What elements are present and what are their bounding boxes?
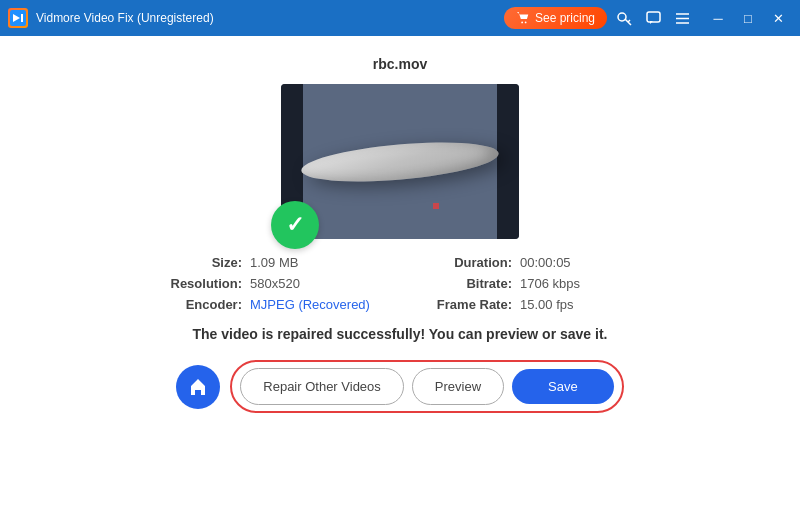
save-button[interactable]: Save [512, 369, 614, 404]
menu-icon-button[interactable] [671, 9, 694, 28]
video-filename: rbc.mov [373, 56, 427, 72]
home-icon [188, 377, 208, 397]
maximize-button[interactable]: □ [734, 4, 762, 32]
encoder-label: Encoder: [130, 297, 250, 312]
main-content: rbc.mov ✓ Size: 1.09 MB Duration: 00:00:… [0, 36, 800, 519]
titlebar-left: Vidmore Video Fix (Unregistered) [8, 8, 214, 28]
success-checkmark-badge: ✓ [271, 201, 319, 249]
svg-rect-5 [647, 12, 660, 22]
duration-value: 00:00:05 [520, 255, 670, 270]
see-pricing-button[interactable]: See pricing [504, 7, 607, 29]
video-center-area [303, 84, 497, 239]
video-info-table: Size: 1.09 MB Duration: 00:00:05 Resolut… [130, 255, 670, 312]
key-icon [617, 11, 632, 26]
action-area: Repair Other Videos Preview Save [176, 360, 623, 413]
success-message: The video is repaired successfully! You … [193, 326, 608, 342]
framerate-label: Frame Rate: [400, 297, 520, 312]
app-logo [8, 8, 28, 28]
video-3d-object [300, 135, 500, 187]
chat-icon [646, 11, 661, 26]
titlebar-right: See pricing ─ [504, 4, 792, 32]
svg-rect-1 [21, 14, 23, 22]
video-right-letterbox [497, 84, 519, 239]
bitrate-label: Bitrate: [400, 276, 520, 291]
svg-point-3 [525, 22, 527, 24]
size-label: Size: [130, 255, 250, 270]
encoder-value: MJPEG (Recovered) [250, 297, 400, 312]
duration-label: Duration: [400, 255, 520, 270]
video-preview: ✓ [281, 84, 519, 239]
size-value: 1.09 MB [250, 255, 400, 270]
key-icon-button[interactable] [613, 9, 636, 28]
close-button[interactable]: ✕ [764, 4, 792, 32]
framerate-value: 15.00 fps [520, 297, 670, 312]
svg-point-2 [521, 22, 523, 24]
minimize-button[interactable]: ─ [704, 4, 732, 32]
repair-other-videos-button[interactable]: Repair Other Videos [240, 368, 404, 405]
cart-icon [516, 11, 530, 25]
preview-button[interactable]: Preview [412, 368, 504, 405]
app-title: Vidmore Video Fix (Unregistered) [36, 11, 214, 25]
resolution-value: 580x520 [250, 276, 400, 291]
cursor-artifact [433, 203, 439, 209]
bitrate-value: 1706 kbps [520, 276, 670, 291]
hamburger-icon [675, 11, 690, 26]
window-controls: ─ □ ✕ [704, 4, 792, 32]
action-highlight-box: Repair Other Videos Preview Save [230, 360, 623, 413]
resolution-label: Resolution: [130, 276, 250, 291]
titlebar: Vidmore Video Fix (Unregistered) See pri… [0, 0, 800, 36]
home-button[interactable] [176, 365, 220, 409]
chat-icon-button[interactable] [642, 9, 665, 28]
